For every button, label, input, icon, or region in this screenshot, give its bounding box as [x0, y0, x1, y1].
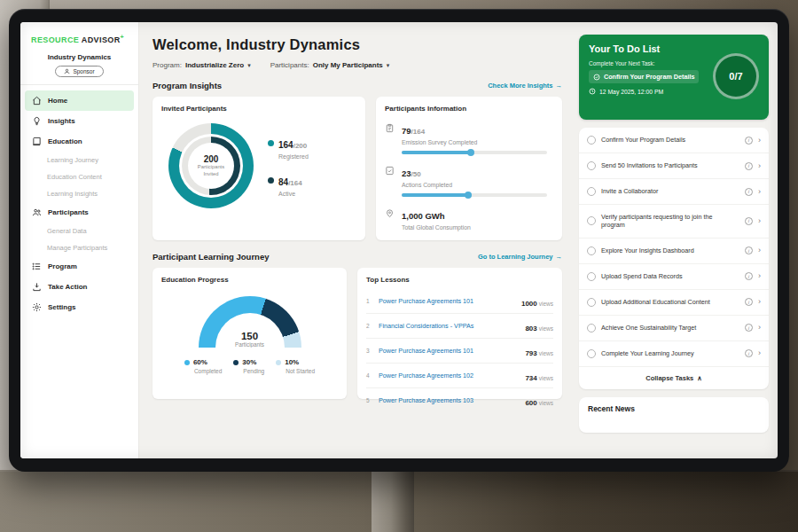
task-checkbox[interactable] [587, 187, 596, 196]
sidebar-item-home[interactable]: Home [25, 90, 134, 111]
program-filter-label: Program: [153, 61, 182, 69]
lesson-link[interactable]: Financial Considerations - VPPAs [379, 322, 520, 330]
task-row-complete-learning-journey[interactable]: Complete Your Learning Journey i › [579, 341, 769, 367]
task-checkbox[interactable] [587, 349, 596, 358]
legend-label: Not Started [286, 368, 315, 374]
invited-participants-card: Invited Participants 200 Participants In… [153, 97, 365, 240]
legend-dot-registered [268, 140, 274, 146]
task-row-invite-collaborator[interactable]: Invite a Collaborator i › [579, 179, 769, 205]
task-row-upload-spend-data[interactable]: Upload Spend Data Records i › [579, 264, 769, 290]
task-row-verify-participants[interactable]: Verify participants requesting to join t… [579, 205, 769, 239]
person-icon [64, 68, 70, 74]
sidebar-item-education-content[interactable]: Education Content [20, 168, 138, 185]
info-icon[interactable]: i [745, 298, 753, 306]
participants-filter-dropdown[interactable]: Participants: Only My Participants ▾ [270, 61, 390, 69]
info-icon[interactable]: i [745, 246, 753, 254]
progress-fill [402, 193, 469, 197]
arrow-right-icon: → [556, 253, 563, 261]
sidebar-item-label: Participants [48, 208, 89, 216]
metric-value: 23 [402, 168, 411, 178]
go-to-learning-journey-link[interactable]: Go to Learning Journey → [478, 253, 562, 261]
metric-label: Emission Survey Completed [402, 139, 553, 145]
sidebar-item-label: Manage Participants [47, 244, 107, 252]
info-icon[interactable]: i [745, 162, 753, 170]
chevron-right-icon[interactable]: › [758, 137, 761, 145]
legend-dot-not-started [276, 360, 281, 365]
lesson-link[interactable]: Power Purchase Agreements 101 [379, 297, 516, 305]
chevron-right-icon[interactable]: › [758, 162, 761, 170]
lesson-row[interactable]: 2 Financial Considerations - VPPAs 803vi… [366, 314, 553, 339]
filter-bar: Program: Industrialize Zero ▾ Participan… [153, 61, 562, 69]
chevron-down-icon: ▾ [247, 62, 251, 69]
sidebar-item-settings[interactable]: Settings [20, 297, 138, 317]
task-checkbox[interactable] [587, 161, 596, 170]
task-checkbox[interactable] [587, 246, 596, 255]
sidebar-item-label: Education Content [47, 173, 102, 181]
donut-center-label: Participants Invited [192, 164, 230, 176]
task-row-send-invitations[interactable]: Send 50 Invitations to Participants i › [579, 153, 769, 179]
info-icon[interactable]: i [745, 137, 753, 145]
chevron-right-icon[interactable]: › [758, 272, 761, 280]
task-row-explore-insights[interactable]: Explore Your Insights Dashboard i › [579, 239, 769, 264]
task-checkbox[interactable] [587, 216, 596, 225]
sidebar-item-participants[interactable]: Participants [20, 202, 138, 223]
gear-icon [32, 302, 42, 312]
chevron-right-icon[interactable]: › [758, 324, 761, 332]
participants-filter-value: Only My Participants [313, 61, 383, 69]
info-icon[interactable]: i [745, 324, 753, 332]
task-checkbox[interactable] [587, 272, 596, 281]
chevron-right-icon[interactable]: › [758, 298, 761, 306]
lesson-row[interactable]: 1 Power Purchase Agreements 101 1000view… [366, 289, 553, 314]
sidebar-item-manage-participants[interactable]: Manage Participants [20, 239, 138, 256]
app-logo: RESOURCE ADVISOR+ [20, 22, 138, 46]
lesson-link[interactable]: Power Purchase Agreements 102 [379, 372, 520, 379]
info-icon[interactable]: i [745, 217, 753, 225]
todo-panel: Your To Do List Complete Your Next Task:… [573, 22, 778, 458]
logo-plus: + [121, 34, 125, 40]
task-row-confirm-program[interactable]: Confirm Your Program Details i › [579, 128, 769, 153]
task-checkbox[interactable] [587, 136, 596, 145]
chevron-right-icon[interactable]: › [758, 246, 761, 254]
lesson-link[interactable]: Power Purchase Agreements 103 [379, 396, 520, 404]
sidebar-item-program[interactable]: Program [20, 256, 138, 277]
task-row-upload-educational-content[interactable]: Upload Additional Educational Content i … [579, 290, 769, 316]
task-checkbox[interactable] [587, 298, 596, 307]
donut-center-value: 200 [204, 154, 219, 164]
info-icon[interactable]: i [745, 188, 753, 196]
sidebar-item-learning-journey[interactable]: Learning Journey [20, 152, 138, 168]
task-row-achieve-target[interactable]: Achieve One Sustainability Target i › [579, 316, 769, 341]
chevron-right-icon[interactable]: › [758, 349, 761, 357]
lesson-row[interactable]: 4 Power Purchase Agreements 102 734views [366, 364, 553, 388]
recent-news-heading: Recent News [588, 404, 760, 413]
lightbulb-icon [32, 116, 42, 126]
collapse-tasks-link[interactable]: Collapse Tasks ∧ [579, 367, 769, 389]
sidebar-item-label: Learning Insights [47, 190, 98, 198]
progress-track [402, 193, 547, 197]
lesson-list: 1 Power Purchase Agreements 101 1000view… [366, 289, 553, 412]
legend-value: 60% [193, 358, 207, 366]
sidebar-item-take-action[interactable]: Take Action [20, 277, 138, 297]
lesson-row[interactable]: 5 Power Purchase Agreements 103 600views [366, 388, 553, 412]
info-icon[interactable]: i [745, 349, 753, 357]
sidebar-item-label: General Data [47, 227, 87, 235]
card-title: Top Lessons [366, 276, 553, 284]
lesson-link[interactable]: Power Purchase Agreements 101 [379, 347, 520, 355]
legend-total: /200 [293, 142, 308, 150]
sidebar-item-insights[interactable]: Insights [20, 111, 138, 131]
sidebar-item-learning-insights[interactable]: Learning Insights [20, 185, 138, 202]
sidebar-item-education[interactable]: Education [20, 131, 138, 152]
legend-label: Pending [243, 368, 264, 374]
chevron-right-icon[interactable]: › [758, 188, 761, 196]
chevron-right-icon[interactable]: › [758, 217, 761, 225]
lesson-row[interactable]: 3 Power Purchase Agreements 101 793views [366, 339, 553, 364]
check-more-insights-link[interactable]: Check More Insights → [488, 82, 562, 90]
page-title: Welcome, Industry Dynamics [153, 36, 562, 53]
main-content: Welcome, Industry Dynamics Program: Indu… [139, 22, 573, 458]
info-icon[interactable]: i [745, 272, 753, 280]
sidebar-item-general-data[interactable]: General Data [20, 223, 138, 239]
recent-news-card[interactable]: Recent News [579, 397, 769, 433]
screen: RESOURCE ADVISOR+ Industry Dynamics Spon… [20, 22, 778, 458]
program-filter-dropdown[interactable]: Program: Industrialize Zero ▾ [153, 61, 251, 69]
task-checkbox[interactable] [587, 324, 596, 332]
sponsor-badge[interactable]: Sponsor [55, 66, 103, 77]
